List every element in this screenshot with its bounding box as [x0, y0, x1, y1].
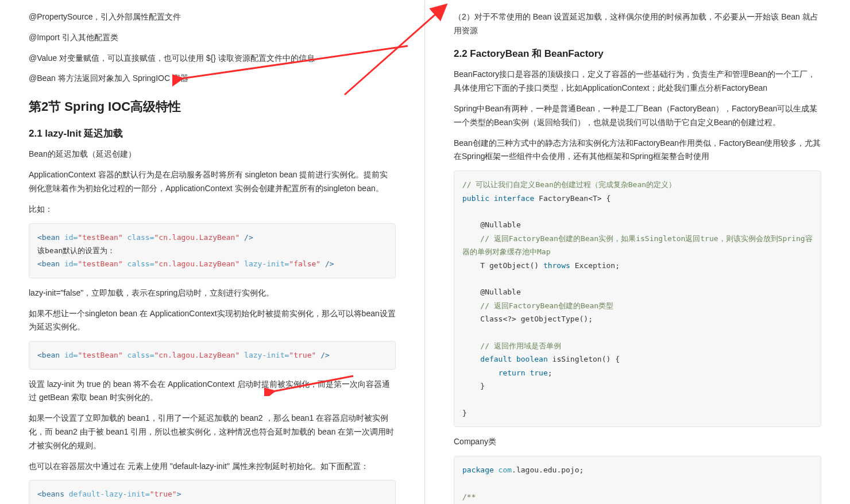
code-block-java-factorybean: // 可以让我们自定义Bean的创建过程（完成复杂Bean的定义） public…: [454, 170, 821, 427]
paragraph: 设置 lazy-init 为 true 的 bean 将不会在 Applicat…: [29, 378, 396, 405]
paragraph: lazy-init="false"，立即加载，表示在spring启动时，立刻进行…: [29, 286, 396, 300]
document-page: @PropertySource，引入外部属性配置文件 @Import 引入其他配…: [0, 0, 850, 504]
code-block-java-company: package com.lagou.edu.pojo; /** * @autho…: [454, 456, 821, 504]
paragraph: Company类: [454, 435, 821, 449]
paragraph: ApplicationContext 容器的默认行为是在启动服务器时将所有 si…: [29, 168, 396, 196]
paragraph: 比如：: [29, 203, 396, 216]
paragraph: @Import 引入其他配置类: [29, 31, 396, 45]
section-heading: 第2节 Spring IOC高级特性: [29, 96, 396, 117]
paragraph: BeanFactory接口是容器的顶级接口，定义了容器的一些基础行为，负责生产和…: [454, 68, 821, 95]
left-column: @PropertySource，引入外部属性配置文件 @Import 引入其他配…: [0, 0, 425, 504]
code-block-xml-1: <bean id="testBean" class="cn.lagou.Lazy…: [29, 223, 396, 278]
subsection-heading: 2.2 FactoryBean 和 BeanFactory: [454, 46, 821, 63]
subsection-heading: 2.1 lazy-Init 延迟加载: [29, 126, 396, 142]
code-block-xml-2: <bean id="testBean" calss="cn.lagou.Lazy…: [29, 341, 396, 369]
paragraph: @Bean 将方法返回对象加入 SpringIOC 容器: [29, 72, 396, 86]
paragraph: 也可以在容器层次中通过在 元素上使用 "default-lazy-init" 属…: [29, 460, 396, 474]
paragraph: 如果不想让一个singleton bean 在 ApplicationConte…: [29, 307, 396, 335]
code-block-xml-3: <beans default-lazy-init="true"> <!-- no…: [29, 480, 396, 504]
paragraph: Bean的延迟加载（延迟创建）: [29, 148, 396, 161]
paragraph: Bean创建的三种方式中的静态方法和实例化方法和FactoryBean作用类似，…: [454, 137, 821, 164]
paragraph: @PropertySource，引入外部属性配置文件: [29, 10, 396, 24]
paragraph: @Value 对变量赋值，可以直接赋值，也可以使用 ${} 读取资源配置文件中的…: [29, 52, 396, 65]
right-column: （2）对于不常使用的 Bean 设置延迟加载，这样偶尔使用的时候再加载，不必要从…: [425, 0, 850, 504]
paragraph: 如果一个设置了立即加载的 bean1，引用了一个延迟加载的 bean2 ，那么 …: [29, 412, 396, 452]
paragraph: （2）对于不常使用的 Bean 设置延迟加载，这样偶尔使用的时候再加载，不必要从…: [454, 10, 821, 38]
paragraph: Spring中Bean有两种，一种是普通Bean，一种是工厂Bean（Facto…: [454, 102, 821, 130]
